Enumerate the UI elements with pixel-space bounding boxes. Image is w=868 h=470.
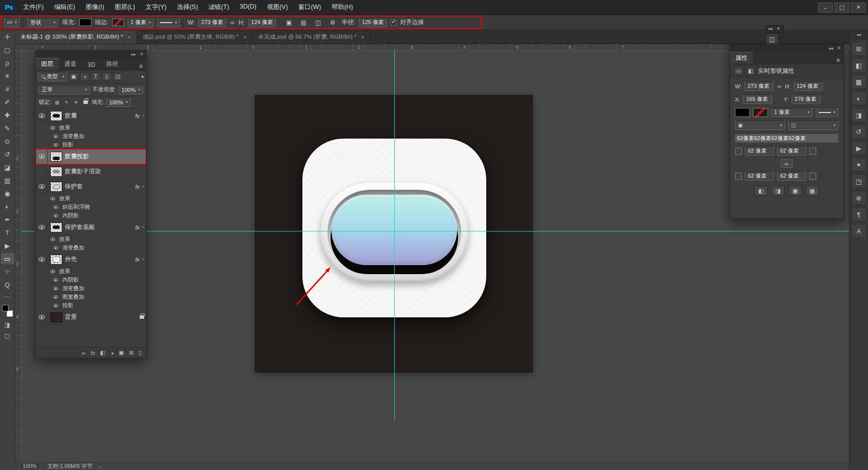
stroke-swatch[interactable] [112,19,124,26]
effect-row[interactable]: 渐变叠加 [36,244,146,252]
healing-brush-tool[interactable]: ✚ [0,108,15,122]
crop-tool[interactable]: # [0,82,15,95]
shape-fill-swatch[interactable] [735,108,750,117]
lock-all-icon[interactable] [82,98,89,106]
visibility-toggle[interactable] [36,108,48,123]
radius-bl-field[interactable]: 62 像素 [745,171,774,181]
layer-style-icon[interactable]: fx [91,350,95,356]
menu-layer[interactable]: 图层(L) [115,3,135,12]
type-tool[interactable]: T [0,226,15,239]
tab-paths[interactable]: 路径 [100,58,124,70]
new-group-icon[interactable]: ▣ [119,349,124,356]
layer-effects-badge[interactable]: fx [135,113,140,119]
effects-header-row[interactable]: 效果 [36,267,146,276]
radius-field[interactable]: 125 像素 [359,18,387,27]
eye-icon[interactable] [53,304,58,307]
layer-row-baohutao[interactable]: 保护套 fx [36,179,146,194]
effects-header-row[interactable]: 效果 [36,235,146,244]
pen-tool[interactable]: ✒ [0,213,15,226]
lock-transparency-icon[interactable]: ▨ [53,98,61,106]
ruler-origin[interactable] [15,44,22,51]
shape-height-field[interactable]: 124 像素 [794,81,823,91]
lock-position-icon[interactable]: ✛ [72,98,80,106]
path-operations-icon[interactable]: ▣ [283,18,294,28]
layer-thumbnail[interactable] [50,167,62,177]
path-arrangement-icon[interactable]: ◫ [312,18,323,28]
close-tab-icon[interactable] [128,34,131,40]
panel-extensions-icon[interactable]: ⊞ [851,42,866,56]
eye-icon[interactable] [50,197,55,200]
panel-navigator-icon[interactable]: ⊕ [851,191,866,205]
props-action-button-2[interactable]: ◨ [772,186,785,196]
close-dock-icon[interactable]: ✕ [777,27,781,31]
gear-icon[interactable]: ⚙ [327,18,338,28]
eyedropper-tool[interactable]: ✐ [0,95,15,108]
brush-tool[interactable]: ✎ [0,122,15,135]
adjustment-layer-icon[interactable]: ◑ [111,350,114,356]
hand-tool[interactable]: ☞ [0,265,15,278]
shape-width-field[interactable]: 273 像素 [744,81,774,91]
path-alignment-icon[interactable]: ▤ [298,18,309,28]
history-brush-tool[interactable]: ↺ [0,148,15,161]
layer-effects-badge[interactable]: fx [135,184,140,190]
document-tab-untitled[interactable]: 未标题-1 @ 100% (胶囊投影, RGB/8#) * [15,30,137,44]
shape-y-field[interactable]: 278 像素 [792,94,821,104]
layer-thumbnail[interactable] [50,111,62,121]
document-tab-chengpin[interactable]: 成品.psd @ 50% (胶囊主体, RGB/8) * [137,30,253,44]
tab-properties[interactable]: 属性 [730,52,753,64]
props-action-button-3[interactable]: ▣ [789,186,802,196]
menu-filter[interactable]: 滤镜(T) [208,3,229,12]
layer-row-jiaonang[interactable]: 胶囊 fx [36,108,146,124]
fill-swatch[interactable] [79,19,91,26]
filter-type-select[interactable]: 类型 [38,72,67,81]
panel-swatches-icon[interactable]: ▦ [851,75,866,89]
eye-icon[interactable] [53,205,58,209]
expand-dock-icon[interactable]: ◂◂ [849,30,868,39]
eraser-tool[interactable]: ◪ [0,161,15,174]
guide-vertical[interactable] [394,51,395,421]
tab-layers[interactable]: 图层 [36,58,59,70]
canvas-artboard[interactable] [255,95,532,372]
effect-row[interactable]: 斜面和浮雕 [36,203,146,211]
filter-adjustment-layers-icon[interactable]: ◑ [80,72,89,81]
close-panel-icon[interactable]: ✕ [140,52,144,57]
panel-menu-icon[interactable]: ≡ [833,57,843,64]
tool-preset-dropdown[interactable]: ▭ [4,18,20,27]
collapse-effects-icon[interactable] [142,256,144,263]
visibility-toggle[interactable] [36,164,48,179]
layer-row-waike[interactable]: 外壳 fx [36,252,146,267]
status-chevron-icon[interactable]: › [99,463,101,469]
close-tab-icon[interactable] [361,34,364,40]
eye-icon[interactable] [50,270,55,273]
panel-brush-icon[interactable]: ✦ [851,158,866,172]
layer-thumbnail[interactable] [50,152,62,162]
collapse-dock-icon[interactable]: ▸▸ [769,27,773,31]
collapsed-panel-icon[interactable]: ◫ [766,34,779,45]
layer-effects-badge[interactable]: fx [135,257,140,263]
edit-toolbar-icon[interactable]: ⋯ [0,291,15,302]
props-action-button-4[interactable]: ▦ [806,186,819,196]
radius-tr-field[interactable]: 62 像素 [777,146,806,156]
filter-pixel-layers-icon[interactable]: ▣ [69,72,78,81]
panel-character-icon[interactable]: A [851,224,866,238]
delete-layer-icon[interactable]: ▯ [139,349,142,356]
add-layer-mask-icon[interactable]: ◧ [100,349,105,356]
filter-type-layers-icon[interactable]: T [91,72,100,81]
eye-icon[interactable] [53,278,58,282]
gradient-tool[interactable]: ▥ [0,174,15,187]
visibility-toggle[interactable] [36,179,48,194]
close-tab-icon[interactable] [243,34,247,40]
blur-tool[interactable]: ◉ [0,187,15,200]
color-swatches[interactable] [0,304,15,318]
eye-icon[interactable] [53,246,58,250]
blend-mode-select[interactable]: 正常 [39,85,90,94]
eye-icon[interactable] [50,238,55,241]
collapse-effects-icon[interactable] [142,224,144,231]
link-dimensions-icon[interactable]: ∞ [230,19,235,26]
eye-icon[interactable] [53,143,58,147]
panel-menu-icon[interactable]: ≡ [136,63,146,70]
layer-thumbnail[interactable] [50,182,62,192]
menu-type[interactable]: 文字(Y) [146,3,167,12]
layer-row-baohutao-diban[interactable]: 保护套底板 fx [36,220,146,235]
shape-stroke-style-select[interactable] [816,107,838,117]
